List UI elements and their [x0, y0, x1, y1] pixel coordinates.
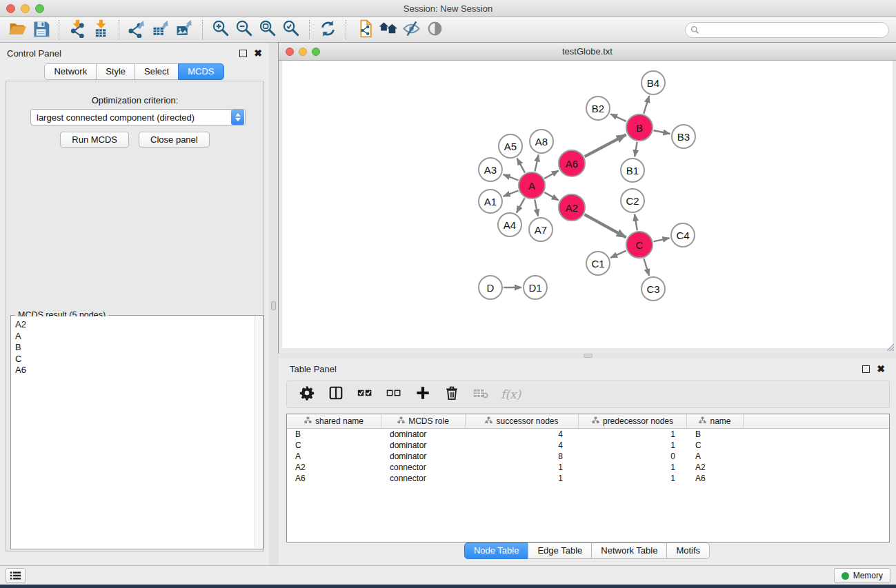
save-session-icon	[32, 19, 50, 41]
table-row[interactable]: Adominator80A	[287, 451, 889, 462]
export-network-button[interactable]	[126, 19, 149, 41]
graph-node-B3[interactable]: B3	[671, 124, 696, 149]
result-item[interactable]: A	[15, 331, 262, 343]
column-header-shared-name[interactable]: shared name	[287, 414, 381, 428]
save-session-button[interactable]	[29, 19, 52, 41]
zoom-selected-button[interactable]	[279, 19, 303, 41]
graph-node-A8[interactable]: A8	[529, 129, 554, 154]
table-row[interactable]: Bdominator41B	[287, 429, 889, 440]
graph-node-A3[interactable]: A3	[478, 157, 503, 182]
splitter-grip[interactable]	[584, 354, 593, 358]
select-all-columns-button[interactable]	[356, 385, 374, 403]
main-toolbar	[0, 17, 896, 43]
table-row[interactable]: A2connector11A2	[287, 462, 889, 473]
graph-node-B1[interactable]: B1	[620, 158, 645, 183]
close-panel-icon[interactable]: ✖	[254, 50, 262, 57]
tab-motifs[interactable]: Motifs	[666, 543, 710, 559]
tab-node-table[interactable]: Node Table	[464, 543, 529, 559]
criterion-select[interactable]: largest connected component (directed)	[30, 109, 246, 125]
table-cell: B	[287, 429, 381, 439]
add-column-button[interactable]	[414, 385, 432, 403]
graph-node-A4[interactable]: A4	[497, 212, 522, 237]
graph-node-B[interactable]: B	[626, 114, 653, 141]
network-window-titlebar[interactable]: testGlobe.txt	[279, 43, 896, 61]
search-field[interactable]	[685, 22, 889, 38]
graph-node-A7[interactable]: A7	[528, 217, 553, 242]
table-row[interactable]: Cdominator41C	[287, 440, 889, 451]
float-panel-icon[interactable]	[239, 50, 247, 57]
contrast-eye-button[interactable]	[423, 19, 446, 41]
column-header-MCDS-role[interactable]: MCDS role	[381, 414, 466, 428]
graph-node-C3[interactable]: C3	[641, 276, 666, 301]
refresh-layout-button[interactable]	[316, 19, 339, 41]
vertical-splitter[interactable]	[269, 43, 279, 565]
splitter-grip[interactable]	[271, 301, 276, 310]
graph-node-C2[interactable]: C2	[620, 188, 645, 213]
tab-network-table[interactable]: Network Table	[591, 543, 667, 559]
graph-node-C[interactable]: C	[626, 231, 653, 258]
zoom-in-button[interactable]	[209, 19, 232, 41]
home-button[interactable]	[376, 19, 399, 41]
graph-node-A6[interactable]: A6	[558, 150, 586, 177]
table-row[interactable]: A6connector11A6	[287, 473, 889, 484]
graph-node-A[interactable]: A	[518, 172, 546, 199]
graph-node-C4[interactable]: C4	[670, 223, 695, 247]
split-view-button[interactable]	[327, 385, 345, 403]
result-scrollbar[interactable]	[255, 316, 262, 548]
graph-node-C1[interactable]: C1	[586, 251, 610, 276]
tab-mcds[interactable]: MCDS	[178, 63, 223, 80]
result-item[interactable]: B	[15, 342, 262, 354]
graph-node-A2[interactable]: A2	[558, 194, 586, 221]
run-mcds-button[interactable]: Run MCDS	[60, 132, 129, 148]
deselect-all-columns-button[interactable]	[385, 385, 403, 403]
toolbar-separator	[202, 20, 203, 39]
import-network-button[interactable]	[66, 19, 89, 41]
delete-column-button[interactable]	[443, 385, 461, 403]
graph-node-B4[interactable]: B4	[641, 70, 666, 95]
tab-edge-table[interactable]: Edge Table	[528, 543, 592, 559]
close-panel-icon[interactable]: ✖	[877, 365, 885, 373]
function-builder-button[interactable]: f(x)	[501, 387, 521, 401]
task-history-button[interactable]	[6, 568, 26, 583]
zoom-out-button[interactable]	[232, 19, 256, 41]
horizontal-splitter[interactable]	[279, 353, 896, 358]
graph-node-D1[interactable]: D1	[523, 275, 548, 300]
column-header-successor-nodes[interactable]: successor nodes	[466, 414, 579, 428]
table-tabs: Node TableEdge TableNetwork TableMotifs	[279, 543, 896, 559]
network-canvas[interactable]: AA1A3A5A8A4A7A6A2BB1B2B3B4CC1C2C3C4DD1	[282, 61, 893, 348]
resize-grip-icon[interactable]	[886, 343, 895, 352]
table-cell: dominator	[381, 440, 466, 450]
graph-node-A1[interactable]: A1	[478, 189, 503, 214]
export-image-button[interactable]	[172, 19, 196, 41]
result-item[interactable]: A2	[15, 319, 262, 331]
table-cell: connector	[381, 463, 466, 472]
float-panel-icon[interactable]	[862, 365, 870, 373]
add-column-icon	[415, 385, 430, 403]
clone-network-button[interactable]	[352, 19, 376, 41]
memory-label: Memory	[853, 571, 883, 580]
hide-panel-button[interactable]	[399, 19, 423, 41]
zoom-fit-button[interactable]	[256, 19, 279, 41]
tab-style[interactable]: Style	[96, 63, 135, 80]
zoom-selected-icon	[282, 19, 301, 41]
close-panel-button[interactable]: Close panel	[139, 132, 210, 148]
table-cell: 4	[466, 429, 579, 439]
search-input[interactable]	[702, 24, 888, 37]
graph-edge	[585, 134, 626, 156]
control-panel-title: Control Panel	[7, 48, 61, 59]
tab-network[interactable]: Network	[44, 63, 97, 80]
column-header-name[interactable]: name	[687, 414, 744, 428]
table-cell: A	[287, 452, 381, 461]
export-table-button[interactable]	[149, 19, 172, 41]
result-item[interactable]: A6	[15, 365, 262, 376]
graph-node-D[interactable]: D	[478, 275, 503, 300]
graph-node-A5[interactable]: A5	[498, 134, 523, 159]
open-file-button[interactable]	[6, 19, 29, 41]
table-settings-button[interactable]	[298, 385, 316, 403]
tab-select[interactable]: Select	[135, 63, 179, 80]
import-table-button[interactable]	[89, 19, 112, 41]
memory-button[interactable]: Memory	[834, 568, 890, 583]
column-header-predecessor-nodes[interactable]: predecessor nodes	[579, 414, 687, 428]
graph-node-B2[interactable]: B2	[586, 96, 610, 121]
result-item[interactable]: C	[15, 354, 262, 365]
